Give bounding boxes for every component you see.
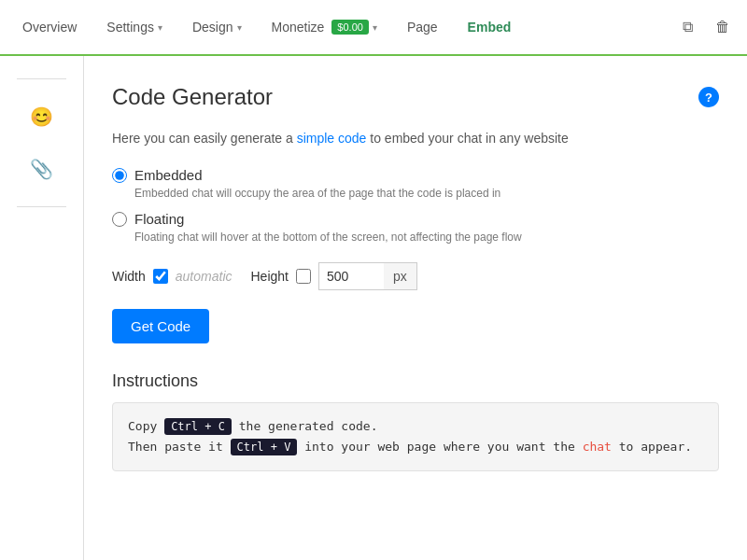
nav-item-embed[interactable]: Embed — [455, 12, 525, 42]
chevron-down-icon: ▾ — [237, 22, 242, 33]
nav-label-embed: Embed — [468, 20, 512, 35]
nav-label-overview: Overview — [22, 20, 77, 35]
chat-red-text: chat — [583, 440, 612, 454]
nav-icon-group: ⧉ 🗑 — [675, 13, 738, 41]
instruction-line-1: Copy Ctrl + C the generated code. — [128, 416, 703, 437]
embedded-description: Embedded chat will occupy the area of th… — [134, 187, 719, 200]
width-auto-text: automatic — [176, 269, 233, 284]
top-navigation: Overview Settings ▾ Design ▾ Monetize $0… — [0, 0, 747, 56]
sidebar-divider-bottom — [17, 206, 66, 207]
title-row: Code Generator ? — [112, 84, 719, 110]
nav-label-settings: Settings — [106, 20, 154, 35]
monetize-badge: $0.00 — [331, 20, 369, 35]
dimension-row: Width automatic Height px — [112, 262, 719, 290]
instruction-2-prefix: Then paste it — [128, 440, 231, 454]
floating-option[interactable]: Floating — [112, 211, 719, 227]
height-unit-label: px — [384, 262, 417, 290]
nav-label-page: Page — [407, 20, 438, 35]
delete-button[interactable]: 🗑 — [708, 13, 738, 41]
width-group: Width automatic — [112, 269, 233, 284]
ctrl-v-kbd: Ctrl + V — [231, 439, 298, 455]
help-icon[interactable]: ? — [698, 87, 719, 107]
nav-item-design[interactable]: Design ▾ — [179, 12, 255, 42]
instruction-1-suffix: the generated code. — [232, 419, 378, 433]
height-input[interactable] — [318, 262, 384, 290]
width-label: Width — [112, 269, 146, 284]
main-content: Code Generator ? Here you can easily gen… — [84, 56, 747, 560]
copy-icon: ⧉ — [683, 19, 693, 35]
layout: 😊 📎 Code Generator ? Here you can easily… — [0, 56, 747, 560]
height-group: Height px — [251, 262, 417, 290]
trash-icon: 🗑 — [715, 19, 730, 35]
nav-item-monetize[interactable]: Monetize $0.00 ▾ — [259, 12, 390, 42]
emoji-icon[interactable]: 😊 — [22, 98, 61, 135]
description-highlight: simple code — [297, 131, 367, 146]
embedded-label: Embedded — [134, 167, 203, 183]
attachment-icon[interactable]: 📎 — [22, 150, 61, 188]
sidebar-divider-top — [17, 78, 66, 79]
nav-item-settings[interactable]: Settings ▾ — [93, 12, 176, 42]
height-label: Height — [251, 269, 289, 284]
instruction-1-prefix: Copy — [128, 419, 164, 433]
instruction-line-2: Then paste it Ctrl + V into your web pag… — [128, 437, 703, 457]
chevron-down-icon: ▾ — [373, 22, 377, 33]
chevron-down-icon: ▾ — [158, 22, 162, 33]
description-text: Here you can easily generate a simple co… — [112, 129, 719, 148]
floating-description: Floating chat will hover at the bottom o… — [134, 231, 719, 244]
instruction-2-suffix: into your web page where you want the ch… — [297, 440, 692, 454]
sidebar: 😊 📎 — [0, 56, 84, 560]
ctrl-c-kbd: Ctrl + C — [164, 418, 232, 435]
nav-item-overview[interactable]: Overview — [9, 12, 90, 42]
instructions-box: Copy Ctrl + C the generated code. Then p… — [112, 402, 719, 471]
embedded-radio[interactable] — [112, 168, 127, 183]
floating-label: Floating — [134, 211, 184, 227]
page-title: Code Generator — [112, 84, 273, 110]
copy-button[interactable]: ⧉ — [675, 13, 700, 41]
width-auto-checkbox[interactable] — [153, 269, 168, 284]
nav-label-design: Design — [192, 20, 233, 35]
instructions-title: Instructions — [112, 371, 719, 391]
get-code-button[interactable]: Get Code — [112, 309, 209, 343]
height-checkbox[interactable] — [296, 269, 311, 284]
embed-type-radio-group: Embedded Embedded chat will occupy the a… — [112, 167, 719, 244]
height-input-group: px — [318, 262, 417, 290]
nav-label-monetize: Monetize — [272, 20, 325, 35]
embedded-option[interactable]: Embedded — [112, 167, 719, 183]
floating-radio[interactable] — [112, 212, 127, 227]
nav-item-page[interactable]: Page — [394, 12, 451, 42]
